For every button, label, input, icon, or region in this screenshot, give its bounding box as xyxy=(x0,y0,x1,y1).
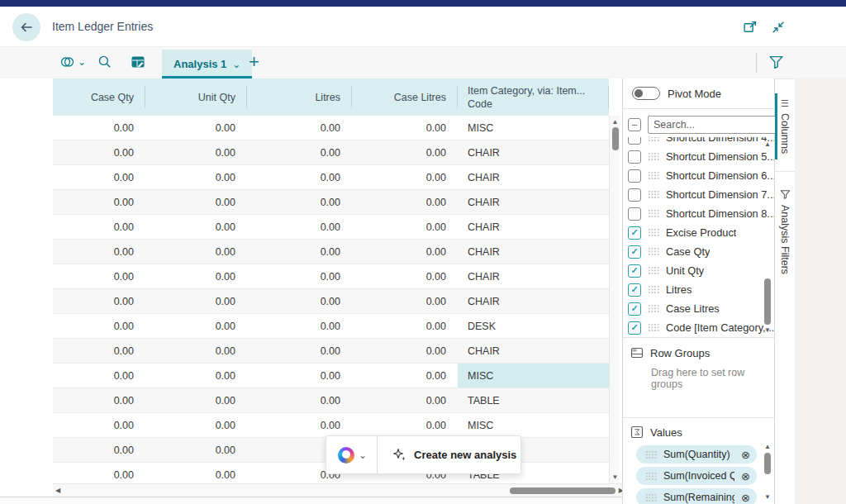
drag-grip-icon[interactable] xyxy=(648,266,659,275)
field-list-scrollbar[interactable]: ▲ ▼ xyxy=(763,137,772,337)
cell-case-qty[interactable]: 0.00 xyxy=(53,339,145,363)
cell-unit-qty[interactable]: 0.00 xyxy=(145,215,247,239)
field-search-input[interactable] xyxy=(648,116,792,134)
filter-icon[interactable] xyxy=(768,55,784,70)
cell-litres[interactable]: 0.00 xyxy=(247,240,352,264)
cell-unit-qty[interactable]: 0.00 xyxy=(145,264,247,288)
table-horizontal-scrollbar[interactable]: ◀ ▶ xyxy=(53,483,625,497)
cell-litres[interactable]: 0.00 xyxy=(247,140,352,164)
cell-item-category-code[interactable]: CHAIR xyxy=(458,165,609,189)
scroll-left-icon[interactable]: ◀ xyxy=(55,487,60,494)
cell-unit-qty[interactable]: 0.00 xyxy=(145,116,247,140)
field-checkbox[interactable] xyxy=(628,137,641,145)
column-header-case-qty[interactable]: Case Qty xyxy=(53,78,145,116)
scroll-down-icon[interactable]: ▼ xyxy=(610,473,620,481)
cell-case-qty[interactable]: 0.00 xyxy=(53,116,145,140)
cell-litres[interactable]: 0.00 xyxy=(247,165,352,189)
cell-case-qty[interactable]: 0.00 xyxy=(53,314,145,338)
scroll-down-icon[interactable]: ▼ xyxy=(763,493,772,501)
table-vertical-scrollbar[interactable]: ▲ ▼ xyxy=(609,116,620,483)
cell-case-qty[interactable]: 0.00 xyxy=(53,438,145,462)
edit-analysis-icon[interactable] xyxy=(131,55,146,69)
cell-item-category-code[interactable]: CHAIR xyxy=(458,264,609,288)
cell-case-litres[interactable]: 0.00 xyxy=(352,264,458,288)
field-checkbox[interactable]: ✓ xyxy=(628,283,641,297)
drag-grip-icon[interactable] xyxy=(648,228,659,237)
cell-case-litres[interactable]: 0.00 xyxy=(352,339,458,363)
tab-analysis-1[interactable]: Analysis 1 ⌄ xyxy=(162,50,252,78)
remove-value-icon[interactable]: ⊗ xyxy=(741,471,750,482)
drag-grip-icon[interactable] xyxy=(648,247,659,256)
drag-grip-icon[interactable] xyxy=(648,190,659,199)
cell-litres[interactable]: 0.00 xyxy=(247,264,352,288)
cell-case-qty[interactable]: 0.00 xyxy=(53,264,145,288)
cell-case-qty[interactable]: 0.00 xyxy=(53,364,145,388)
field-checkbox[interactable]: ✓ xyxy=(628,264,641,278)
cell-unit-qty[interactable]: 0.00 xyxy=(145,388,247,412)
view-switcher-icon[interactable]: ⌄ xyxy=(59,55,86,69)
field-checkbox[interactable] xyxy=(628,169,641,183)
cell-case-litres[interactable]: 0.00 xyxy=(352,140,458,164)
field-checkbox[interactable]: ✓ xyxy=(628,245,641,259)
cell-case-litres[interactable]: 0.00 xyxy=(352,413,458,437)
cell-item-category-code[interactable]: CHAIR xyxy=(458,215,609,239)
cell-case-litres[interactable]: 0.00 xyxy=(352,364,458,388)
scroll-up-icon[interactable]: ▲ xyxy=(763,140,772,148)
cell-case-litres[interactable]: 0.00 xyxy=(352,165,458,189)
cell-case-litres[interactable]: 0.00 xyxy=(352,215,458,239)
cell-case-qty[interactable]: 0.00 xyxy=(53,463,145,483)
tab-analysis-filters[interactable]: Analysis Filters xyxy=(775,184,795,279)
cell-unit-qty[interactable]: 0.00 xyxy=(145,314,247,338)
cell-case-qty[interactable]: 0.00 xyxy=(53,215,145,239)
column-header-litres[interactable]: Litres xyxy=(247,78,352,116)
cell-unit-qty[interactable]: 0.00 xyxy=(145,413,247,437)
cell-case-litres[interactable]: 0.00 xyxy=(352,388,458,412)
scroll-up-icon[interactable]: ▲ xyxy=(763,443,772,450)
cell-item-category-code[interactable]: CHAIR xyxy=(458,289,609,313)
cell-item-category-code[interactable]: CHAIR xyxy=(458,240,609,264)
pivot-mode-toggle[interactable] xyxy=(632,87,660,100)
cell-item-category-code[interactable]: CHAIR xyxy=(458,140,609,164)
cell-case-litres[interactable]: 0.00 xyxy=(352,289,458,313)
cell-unit-qty[interactable]: 0.00 xyxy=(145,240,247,264)
cell-case-qty[interactable]: 0.00 xyxy=(53,240,145,264)
drag-grip-icon[interactable] xyxy=(648,171,659,180)
cell-item-category-code[interactable]: CHAIR xyxy=(458,339,609,363)
horizontal-scroll-thumb[interactable] xyxy=(510,487,615,494)
field-checkbox[interactable]: ✓ xyxy=(628,321,641,335)
cell-litres[interactable]: 0.00 xyxy=(247,364,352,388)
field-checkbox[interactable]: ✓ xyxy=(628,302,641,316)
row-groups-section[interactable]: Row Groups Drag here to set row groups xyxy=(623,338,774,417)
cell-item-category-code[interactable]: MISC xyxy=(458,364,609,388)
drag-grip-icon[interactable] xyxy=(645,450,657,459)
cell-litres[interactable]: 0.00 xyxy=(247,339,352,363)
column-header-case-litres[interactable]: Case Litres xyxy=(352,78,458,116)
create-new-analysis-button[interactable]: Create new analysis xyxy=(378,448,516,462)
vertical-scroll-thumb[interactable] xyxy=(612,127,619,150)
field-checkbox[interactable] xyxy=(628,188,641,202)
cell-unit-qty[interactable]: 0.00 xyxy=(145,190,247,214)
cell-unit-qty[interactable]: 0.00 xyxy=(145,438,247,462)
search-icon[interactable] xyxy=(97,55,112,69)
cell-case-qty[interactable]: 0.00 xyxy=(53,388,145,412)
cell-case-litres[interactable]: 0.00 xyxy=(352,190,458,214)
drag-grip-icon[interactable] xyxy=(645,472,657,481)
scroll-down-icon[interactable]: ▼ xyxy=(763,326,772,334)
cell-case-litres[interactable]: 0.00 xyxy=(352,240,458,264)
cell-unit-qty[interactable]: 0.00 xyxy=(145,463,247,483)
new-analysis-tab-button[interactable]: + xyxy=(249,51,259,73)
cell-case-litres[interactable]: 0.00 xyxy=(352,116,458,140)
cell-unit-qty[interactable]: 0.00 xyxy=(145,140,247,164)
drag-grip-icon[interactable] xyxy=(648,209,659,218)
open-in-new-window-icon[interactable] xyxy=(743,20,758,35)
back-button[interactable] xyxy=(12,13,40,41)
collapse-window-icon[interactable] xyxy=(771,20,786,35)
cell-item-category-code[interactable]: DESK xyxy=(458,314,609,338)
cell-case-qty[interactable]: 0.00 xyxy=(53,413,145,437)
cell-litres[interactable]: 0.00 xyxy=(247,289,352,313)
scroll-up-icon[interactable]: ▲ xyxy=(610,118,620,126)
cell-litres[interactable]: 0.00 xyxy=(247,116,352,140)
values-scroll-thumb[interactable] xyxy=(764,453,771,474)
field-checkbox[interactable]: ✓ xyxy=(628,226,641,240)
cell-unit-qty[interactable]: 0.00 xyxy=(145,165,247,189)
